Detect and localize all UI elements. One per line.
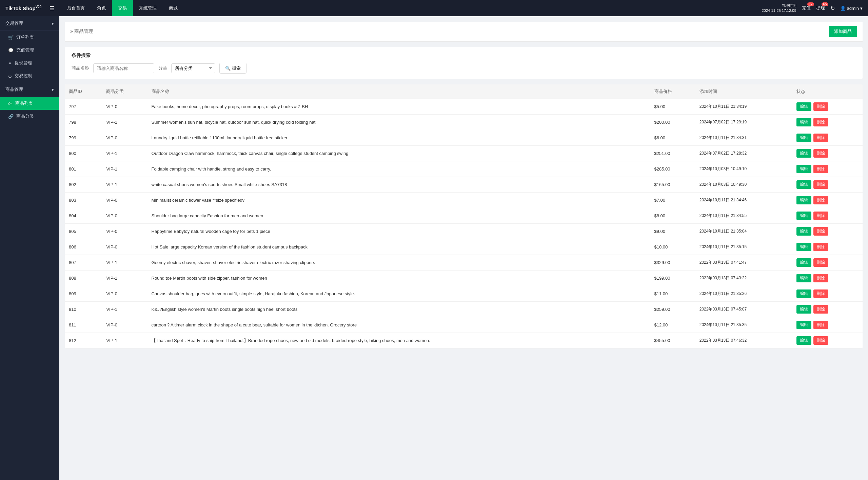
cell-cat: VIP-0 (102, 130, 147, 146)
cell-name: Happytime Babytoy natural wooden cage to… (147, 224, 650, 239)
table-header-row: 商品ID 商品分类 商品名称 商品价格 添加时间 状态 (65, 84, 863, 99)
charge-badge: 17 (807, 2, 814, 6)
cell-cat: VIP-0 (102, 208, 147, 224)
edit-button[interactable]: 编辑 (796, 212, 811, 220)
cell-name: Geemy electric shaver, shaver, shaver el… (147, 255, 650, 271)
delete-button[interactable]: 删除 (813, 165, 828, 173)
table-row: 811 VIP-0 cartoon？A timer alarm clock in… (65, 317, 863, 333)
nav-item-system[interactable]: 系统管理 (133, 0, 163, 16)
cell-cat: VIP-1 (102, 161, 147, 177)
cell-actions: 编辑 删除 (792, 286, 863, 302)
cell-time: 2024年10月11日 21:34:46 (695, 193, 792, 208)
edit-button[interactable]: 编辑 (796, 227, 811, 236)
action-buttons: 编辑 删除 (796, 305, 859, 314)
edit-button[interactable]: 编辑 (796, 149, 811, 158)
cell-name: white casual shoes women's sports shoes … (147, 177, 650, 193)
sidebar-group-products-header[interactable]: 商品管理 ▾ (0, 82, 59, 97)
edit-button[interactable]: 编辑 (796, 165, 811, 173)
edit-button[interactable]: 编辑 (796, 134, 811, 142)
cell-cat: VIP-1 (102, 115, 147, 130)
edit-button[interactable]: 编辑 (796, 321, 811, 329)
cell-time: 2022年03月13日 07:46:32 (695, 333, 792, 348)
admin-menu[interactable]: 👤 admin ▾ (840, 6, 863, 11)
sidebar-item-trade-control[interactable]: ⊙ 交易控制 (0, 69, 59, 82)
nav-right: 当地时间 2024-11-25 17:12:09 充值 17 提现 65 ↻ 👤… (762, 3, 863, 14)
edit-button[interactable]: 编辑 (796, 274, 811, 282)
edit-button[interactable]: 编辑 (796, 243, 811, 251)
cell-time: 2024年10月11日 21:35:04 (695, 224, 792, 239)
cell-id: 810 (65, 302, 102, 317)
category-select[interactable]: 所有分类 VIP-0 VIP-1 (171, 63, 215, 73)
main-content: » 商品管理 添加商品 条件搜索 商品名称 分类 所有分类 VIP-0 VIP-… (59, 16, 868, 480)
delete-button[interactable]: 删除 (813, 289, 828, 298)
search-box: 条件搜索 商品名称 分类 所有分类 VIP-0 VIP-1 🔍 搜索 (65, 47, 863, 79)
sidebar-item-recharge[interactable]: 💬 充值管理 (0, 44, 59, 57)
delete-button[interactable]: 删除 (813, 258, 828, 267)
charge-button[interactable]: 充值 17 (802, 5, 811, 11)
sidebar-item-orders[interactable]: 🛒 订单列表 (0, 31, 59, 44)
delete-button[interactable]: 删除 (813, 212, 828, 220)
edit-button[interactable]: 编辑 (796, 118, 811, 126)
col-cat: 商品分类 (102, 84, 147, 99)
admin-icon: 👤 (840, 6, 846, 11)
delete-button[interactable]: 删除 (813, 149, 828, 158)
action-buttons: 编辑 删除 (796, 180, 859, 189)
cell-name: Hot Sale large capacity Korean version o… (147, 239, 650, 255)
edit-button[interactable]: 编辑 (796, 305, 811, 314)
cell-price: $455.00 (650, 333, 695, 348)
search-input[interactable] (93, 63, 154, 73)
search-cat-label: 分类 (158, 65, 167, 71)
cell-time: 2024年10月03日 10:49:30 (695, 177, 792, 193)
nav-item-role[interactable]: 角色 (91, 0, 112, 16)
col-time: 添加时间 (695, 84, 792, 99)
table-row: 797 VIP-0 Fake books, home decor, photog… (65, 99, 863, 115)
sidebar-group-trade-header[interactable]: 交易管理 ▾ (0, 16, 59, 31)
product-table: 商品ID 商品分类 商品名称 商品价格 添加时间 状态 797 VIP-0 Fa… (65, 84, 863, 348)
sidebar-item-product-category[interactable]: 🔗 商品分类 (0, 110, 59, 123)
cell-cat: VIP-1 (102, 146, 147, 161)
edit-button[interactable]: 编辑 (796, 180, 811, 189)
cell-actions: 编辑 删除 (792, 302, 863, 317)
delete-button[interactable]: 删除 (813, 243, 828, 251)
sidebar-item-product-list[interactable]: 🛍 商品列表 (0, 97, 59, 110)
col-status: 状态 (792, 84, 863, 99)
table-row: 808 VIP-1 Round toe Martin boots with si… (65, 271, 863, 286)
delete-button[interactable]: 删除 (813, 118, 828, 126)
delete-button[interactable]: 删除 (813, 134, 828, 142)
menu-toggle-icon[interactable]: ☰ (50, 5, 54, 12)
edit-button[interactable]: 编辑 (796, 336, 811, 345)
sidebar-item-withdraw[interactable]: ✦ 提现管理 (0, 57, 59, 69)
edit-button[interactable]: 编辑 (796, 289, 811, 298)
edit-button[interactable]: 编辑 (796, 102, 811, 111)
cell-actions: 编辑 删除 (792, 255, 863, 271)
withdraw-button[interactable]: 提现 65 (816, 5, 825, 11)
edit-button[interactable]: 编辑 (796, 258, 811, 267)
cell-actions: 编辑 删除 (792, 130, 863, 146)
cell-name: Canvas shoulder bag, goes with every out… (147, 286, 650, 302)
nav-item-shop[interactable]: 商城 (163, 0, 184, 16)
table-row: 806 VIP-0 Hot Sale large capacity Korean… (65, 239, 863, 255)
delete-button[interactable]: 删除 (813, 196, 828, 204)
delete-button[interactable]: 删除 (813, 336, 828, 345)
app-logo: TikTok ShopV20 (5, 5, 41, 11)
delete-button[interactable]: 删除 (813, 305, 828, 314)
cell-price: $9.00 (650, 224, 695, 239)
cell-time: 2024年07月02日 17:28:32 (695, 146, 792, 161)
nav-item-home[interactable]: 后台首页 (61, 0, 91, 16)
delete-button[interactable]: 删除 (813, 274, 828, 282)
delete-button[interactable]: 删除 (813, 102, 828, 111)
delete-button[interactable]: 删除 (813, 180, 828, 189)
nav-item-trade[interactable]: 交易 (112, 0, 133, 16)
cell-id: 808 (65, 271, 102, 286)
search-button[interactable]: 🔍 搜索 (219, 63, 246, 74)
search-title: 条件搜索 (72, 53, 856, 59)
delete-button[interactable]: 删除 (813, 321, 828, 329)
cell-price: $199.00 (650, 271, 695, 286)
edit-button[interactable]: 编辑 (796, 196, 811, 204)
table-row: 810 VIP-1 K&J?English style women's Mart… (65, 302, 863, 317)
cell-time: 2024年10月11日 21:35:15 (695, 239, 792, 255)
delete-button[interactable]: 删除 (813, 227, 828, 236)
cell-time: 2024年10月11日 21:35:35 (695, 317, 792, 333)
add-product-button[interactable]: 添加商品 (829, 26, 857, 37)
refresh-button[interactable]: ↻ (830, 5, 835, 12)
